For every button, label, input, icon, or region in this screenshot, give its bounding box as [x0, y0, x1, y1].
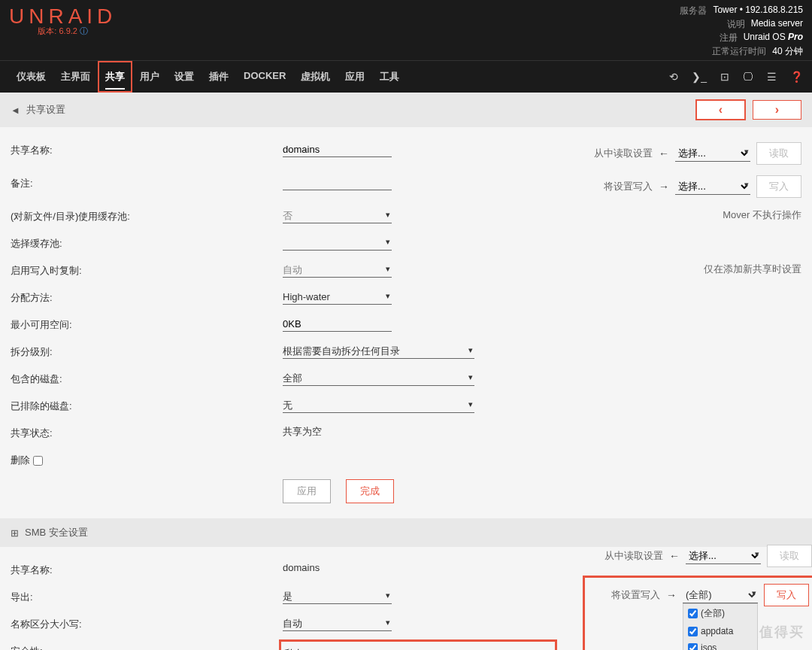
nav-dashboard[interactable]: 仪表板 — [9, 61, 53, 93]
log-icon[interactable]: ☰ — [767, 71, 777, 83]
case-select[interactable]: 自动 — [283, 616, 392, 631]
export-select[interactable]: 是 — [283, 589, 392, 604]
prev-button[interactable]: ‹ — [696, 100, 745, 120]
excluded-select[interactable]: 无 — [283, 398, 474, 413]
section-share-settings-title: ◄ 共享设置 — [11, 103, 65, 117]
split-select[interactable]: 根据需要自动拆分任何目录 — [283, 344, 474, 359]
cow-select[interactable]: 自动 — [283, 263, 392, 278]
dropdown-option-appdata[interactable]: appdata — [683, 623, 757, 639]
nav-vms[interactable]: 虚拟机 — [293, 61, 338, 93]
included-label: 包含的磁盘: — [11, 371, 283, 386]
nav-main[interactable]: 主界面 — [53, 61, 98, 93]
next-button[interactable]: › — [753, 100, 801, 120]
monitor-icon[interactable]: 🖵 — [743, 71, 753, 83]
write-to-select[interactable]: 选择... — [675, 178, 750, 195]
write-button[interactable]: 写入 — [756, 175, 801, 198]
nav-users[interactable]: 用户 — [132, 61, 167, 93]
smb-name-value: domains — [283, 562, 320, 573]
terminal-icon[interactable]: ❯_ — [692, 71, 707, 83]
apply-button[interactable]: 应用 — [283, 479, 331, 503]
security-label: 安全性: — [11, 643, 283, 650]
cow-note: 仅在添加新共享时设置 — [704, 263, 801, 276]
smb-write-to-select[interactable]: (全部) — [683, 587, 758, 603]
write-to-dropdown[interactable]: (全部) appdata isos system — [683, 603, 758, 650]
smb-name-label: 共享名称: — [11, 562, 283, 577]
split-label: 拆分级别: — [11, 344, 283, 359]
smb-read-from-label: 从中读取设置 — [604, 549, 663, 563]
nav-settings[interactable]: 设置 — [167, 61, 201, 93]
comment-label: 备注: — [11, 175, 283, 190]
smb-write-button[interactable]: 写入 — [764, 584, 809, 606]
arrow-right-icon: → — [666, 589, 677, 601]
delete-label: 删除 — [11, 454, 30, 467]
status-label: 共享状态: — [11, 425, 283, 440]
security-select[interactable]: 私有 — [284, 646, 393, 650]
arrow-left-icon: ← — [669, 550, 680, 562]
read-from-label: 从中读取设置 — [594, 147, 653, 160]
read-from-select[interactable]: 选择... — [675, 145, 750, 162]
smb-read-from-select[interactable]: 选择... — [686, 548, 761, 564]
main-nav: 仪表板 主界面 共享 用户 设置 插件 DOCKER 虚拟机 应用 工具 — [9, 61, 407, 93]
pool-label: 选择缓存池: — [11, 235, 283, 251]
status-value: 共享为空 — [283, 426, 322, 437]
smb-read-button[interactable]: 读取 — [767, 545, 812, 567]
minfree-label: 最小可用空间: — [11, 317, 283, 332]
share-name-input[interactable] — [283, 142, 392, 157]
mover-note: Mover 不执行操作 — [723, 208, 801, 222]
section-smb-title: ⊞ SMB 安全设置 — [11, 526, 88, 539]
delete-checkbox[interactable] — [33, 456, 43, 466]
dropdown-option-all[interactable]: (全部) — [683, 604, 757, 623]
nav-tools[interactable]: 工具 — [372, 61, 407, 93]
nav-docker[interactable]: DOCKER — [236, 61, 293, 93]
cache-label: (对新文件/目录)使用缓存池: — [11, 208, 283, 223]
info-icon[interactable]: ⓘ — [80, 26, 88, 35]
dropdown-option-isos[interactable]: isos — [683, 639, 757, 650]
alloc-label: 分配方法: — [11, 290, 283, 305]
alloc-select[interactable]: High-water — [283, 290, 392, 305]
write-to-label: 将设置写入 — [604, 180, 653, 193]
share-name-label: 共享名称: — [11, 142, 283, 157]
nav-plugins[interactable]: 插件 — [201, 61, 236, 93]
pool-select[interactable] — [283, 235, 392, 251]
arrow-right-icon: → — [659, 181, 669, 193]
server-info: 服务器Tower • 192.168.8.215 说明Media server … — [680, 5, 803, 59]
read-button[interactable]: 读取 — [756, 142, 801, 165]
nav-apps[interactable]: 应用 — [338, 61, 372, 93]
help-icon[interactable]: ❓ — [790, 71, 803, 83]
excluded-label: 已排除的磁盘: — [11, 398, 283, 413]
windows-icon: ⊞ — [11, 527, 19, 539]
nav-shares[interactable]: 共享 — [98, 61, 132, 93]
refresh-icon[interactable]: ⟲ — [669, 71, 678, 83]
minfree-input[interactable] — [283, 317, 392, 332]
comment-input[interactable] — [283, 175, 392, 190]
feedback-icon[interactable]: ⊡ — [720, 71, 729, 83]
cache-select[interactable]: 否 — [283, 208, 392, 223]
arrow-left-icon: ← — [659, 147, 669, 159]
cow-label: 启用写入时复制: — [11, 263, 283, 278]
smb-write-to-label: 将设置写入 — [611, 588, 660, 602]
share-icon: ◄ — [11, 105, 20, 116]
done-button[interactable]: 完成 — [346, 479, 394, 503]
included-select[interactable]: 全部 — [283, 371, 474, 386]
export-label: 导出: — [11, 589, 283, 604]
case-label: 名称区分大小写: — [11, 616, 283, 631]
